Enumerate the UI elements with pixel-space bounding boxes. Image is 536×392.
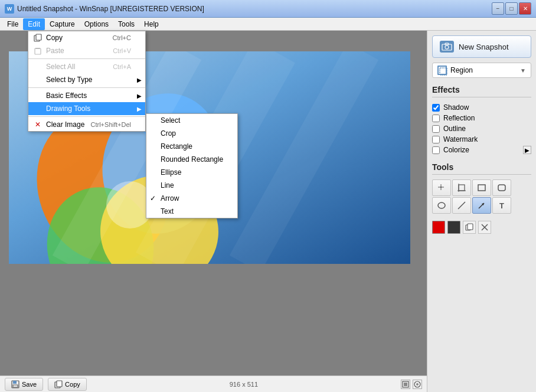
svg-rect-20 <box>404 383 407 386</box>
menu-edit[interactable]: Edit <box>23 18 45 30</box>
clear-image-icon: ✕ <box>33 120 43 129</box>
tools-grid: T <box>432 179 531 214</box>
app-title: Untitled Snapshot - WinSnap [UNREGISTERE… <box>17 5 492 13</box>
copy-statusbar-button[interactable]: Copy <box>48 378 87 391</box>
effect-row-shadow: Shadow <box>432 102 531 113</box>
effects-section-header: Effects <box>432 85 531 97</box>
drawing-tools-icon <box>33 104 43 113</box>
primary-color-swatch[interactable] <box>432 221 445 234</box>
region-selector[interactable]: Region ▼ <box>432 63 531 78</box>
menu-entry-clear-image[interactable]: ✕ Clear Image Ctrl+Shift+Del <box>28 118 145 131</box>
tool-text-button[interactable]: T <box>492 197 511 214</box>
basic-effects-icon <box>33 91 43 100</box>
menu-entry-copy[interactable]: Copy Ctrl+C <box>28 31 145 44</box>
select-all-label: Select All <box>46 63 75 71</box>
svg-rect-15 <box>13 381 17 384</box>
svg-line-36 <box>458 202 465 209</box>
effect-row-watermark: Watermark <box>432 134 531 145</box>
menu-entry-select-by-type[interactable]: Select by Type ▶ <box>28 73 145 86</box>
reflection-checkbox[interactable] <box>432 115 440 122</box>
minimize-button[interactable]: − <box>492 2 504 15</box>
outline-checkbox[interactable] <box>432 125 440 133</box>
statusbar-icon-1[interactable] <box>401 380 410 389</box>
clear-image-label: Clear Image <box>46 120 84 129</box>
edit-dropdown-menu: Copy Ctrl+C Paste Ctrl+V Select All Ctrl… <box>28 31 146 132</box>
statusbar-right <box>401 380 422 389</box>
drawing-tools-arrow-icon: ▶ <box>137 106 142 112</box>
colorize-expand-button[interactable]: ▶ <box>523 146 531 154</box>
svg-rect-40 <box>468 224 473 230</box>
svg-point-35 <box>438 202 445 208</box>
submenu-rectangle-label: Rectangle <box>161 142 192 151</box>
paste-label: Paste <box>46 47 64 55</box>
colorize-label: Colorize <box>443 146 519 154</box>
effects-list: Shadow Reflection Outline Watermark Colo… <box>432 102 531 155</box>
submenu-entry-ellipse[interactable]: Ellipse <box>146 166 237 179</box>
svg-rect-16 <box>13 385 18 387</box>
submenu-entry-rectangle[interactable]: Rectangle <box>146 140 237 153</box>
watermark-checkbox[interactable] <box>432 136 440 143</box>
menu-capture[interactable]: Capture <box>45 18 80 30</box>
shadow-label: Shadow <box>443 103 531 112</box>
statusbar-icon-2[interactable] <box>413 380 422 389</box>
menu-tools[interactable]: Tools <box>113 18 139 30</box>
region-dropdown-arrow-icon: ▼ <box>520 67 526 74</box>
tool-rounded-rect-button[interactable] <box>492 179 511 196</box>
tool-line-button[interactable] <box>452 197 471 214</box>
save-button[interactable]: Save <box>5 378 43 391</box>
svg-point-24 <box>445 45 449 49</box>
tools-section-header: Tools <box>432 162 531 175</box>
secondary-color-swatch[interactable] <box>447 221 460 234</box>
submenu-entry-line[interactable]: Line <box>146 179 237 192</box>
arrow-check-icon: ✓ <box>150 194 156 202</box>
menu-entry-basic-effects[interactable]: Basic Effects ▶ <box>28 89 145 102</box>
select-by-type-label: Select by Type <box>46 76 93 84</box>
menu-entry-paste[interactable]: Paste Ctrl+V <box>28 44 145 57</box>
copy-shortcut: Ctrl+C <box>113 34 131 41</box>
close-button[interactable]: ✕ <box>519 2 531 15</box>
svg-rect-34 <box>498 185 505 191</box>
separator-2 <box>28 87 145 88</box>
window-controls: − □ ✕ <box>492 2 531 15</box>
tool-ellipse-button[interactable] <box>432 197 451 214</box>
delete-color-button[interactable] <box>478 221 491 234</box>
tool-crop-button[interactable] <box>452 179 471 196</box>
submenu-rounded-rect-label: Rounded Rectangle <box>161 155 223 164</box>
submenu-entry-rounded-rect[interactable]: Rounded Rectangle <box>146 153 237 166</box>
drawing-tools-submenu: Select Crop Rectangle Rounded Rectangle … <box>146 113 238 218</box>
save-icon <box>11 380 19 388</box>
separator-3 <box>28 116 145 117</box>
effect-row-reflection: Reflection <box>432 113 531 123</box>
submenu-entry-crop[interactable]: Crop <box>146 127 237 140</box>
new-snapshot-button[interactable]: New Snapshot <box>432 35 531 58</box>
effect-row-colorize: Colorize ▶ <box>432 145 531 155</box>
menu-options[interactable]: Options <box>80 18 113 30</box>
shadow-checkbox[interactable] <box>432 104 440 112</box>
menu-entry-drawing-tools[interactable]: Drawing Tools ▶ <box>28 102 145 115</box>
svg-rect-3 <box>35 48 41 54</box>
maximize-button[interactable]: □ <box>505 2 518 15</box>
colorize-checkbox[interactable] <box>432 146 440 154</box>
drawing-tools-label: Drawing Tools <box>46 104 90 113</box>
tool-select-button[interactable] <box>432 179 451 196</box>
menu-file[interactable]: File <box>2 18 23 30</box>
save-label: Save <box>22 381 37 388</box>
submenu-ellipse-label: Ellipse <box>161 168 181 177</box>
submenu-entry-text[interactable]: Text <box>146 205 237 218</box>
reflection-label: Reflection <box>443 114 531 122</box>
tool-rect-button[interactable] <box>472 179 491 196</box>
camera-icon <box>440 41 454 53</box>
svg-rect-30 <box>459 185 465 191</box>
svg-rect-26 <box>440 68 447 75</box>
copy-color-button[interactable] <box>463 221 476 234</box>
menu-entry-select-all[interactable]: Select All Ctrl+A <box>28 60 145 73</box>
submenu-entry-arrow[interactable]: ✓ Arrow <box>146 192 237 205</box>
copy-statusbar-label: Copy <box>65 381 80 388</box>
submenu-entry-select[interactable]: Select <box>146 114 237 127</box>
tool-arrow-button[interactable] <box>472 197 491 214</box>
basic-effects-label: Basic Effects <box>46 92 87 100</box>
svg-rect-1 <box>36 34 41 40</box>
color-row <box>432 218 531 236</box>
app-icon: W <box>5 4 14 14</box>
menu-help[interactable]: Help <box>139 18 164 30</box>
